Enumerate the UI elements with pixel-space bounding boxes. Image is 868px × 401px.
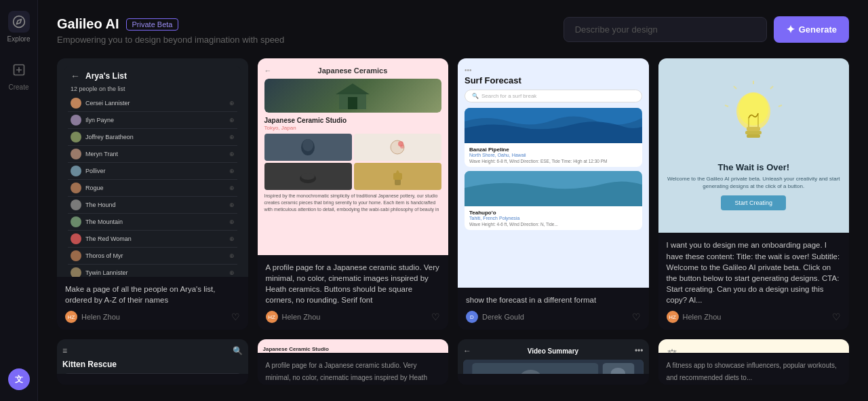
spot-loc-2: Tahiti, French Polynesia bbox=[469, 216, 637, 221]
svg-marker-6 bbox=[336, 83, 370, 94]
ceramic-header-title: Japanese Ceramics bbox=[277, 66, 429, 75]
lightbulb-icon bbox=[723, 81, 784, 155]
author-avatar-4: HZ bbox=[667, 311, 679, 323]
list-item: Rogue ⊕ bbox=[68, 180, 237, 197]
create-icon bbox=[8, 59, 30, 81]
list-avatar bbox=[71, 199, 81, 210]
sidebar-item-explore[interactable]: Explore bbox=[7, 11, 31, 43]
svg-line-22 bbox=[778, 105, 782, 107]
card-4-author: HZ Helen Zhou ♡ bbox=[667, 311, 842, 323]
start-creating-button[interactable]: Start Creating bbox=[721, 195, 786, 210]
wait-over-title: The Wait is Over! bbox=[717, 162, 789, 172]
bottom-row: ≡ 🔍 Kitten Rescue Search for kittens... … bbox=[57, 339, 849, 385]
studio-name: Japanese Ceramic Studio bbox=[264, 117, 442, 124]
list-count: 12 people on the list bbox=[68, 85, 237, 92]
list-item: Meryn Trant ⊕ bbox=[68, 146, 237, 163]
card-wait-is-over[interactable]: The Wait is Over! Welcome to the Galileo… bbox=[658, 58, 850, 330]
card-surf-forecast[interactable]: ••• Surf Forecast 🔍 Search for a surf br… bbox=[458, 58, 649, 330]
surf-search-placeholder: Search for a surf break bbox=[481, 93, 536, 99]
list-avatar bbox=[71, 250, 81, 261]
surf-card-1[interactable]: Banzai Pipeline North Shore, Oahu, Hawai… bbox=[465, 108, 642, 167]
list-item: The Mountain ⊕ bbox=[68, 214, 237, 231]
video-title: Video Summary bbox=[528, 347, 578, 355]
kitten-header: ≡ 🔍 bbox=[62, 346, 243, 356]
list-avatar bbox=[71, 166, 81, 176]
header-right: Describe your design ✦ Generate bbox=[564, 16, 849, 43]
add-icon: ⊕ bbox=[229, 235, 235, 242]
heart-icon-3[interactable]: ♡ bbox=[632, 311, 641, 322]
spot-details-1: Wave Height: 6-8 ft, Wind Direction: ESE… bbox=[469, 159, 637, 164]
header-subtitle: Empowering you to design beyond imaginat… bbox=[57, 35, 284, 45]
card-aryas-list[interactable]: ← Arya's List 12 people on the list Cers… bbox=[57, 58, 248, 330]
add-icon: ⊕ bbox=[229, 168, 235, 174]
list-item: Polliver ⊕ bbox=[68, 163, 237, 180]
app-title: Galileo AI bbox=[57, 16, 119, 32]
list-item: Cersei Lannister ⊕ bbox=[68, 95, 237, 112]
heart-icon-2[interactable]: ♡ bbox=[431, 311, 440, 322]
svg-point-0 bbox=[13, 16, 24, 28]
header: Galileo AI Private Beta Empowering you t… bbox=[57, 16, 849, 45]
card-ceramic2-footer: A profile page for a Japanese ceramic st… bbox=[258, 353, 449, 385]
card-fitness-description: A fitness app to showcase influencers, p… bbox=[667, 362, 837, 381]
spot-details-2: Wave Height: 4-6 ft, Wind Direction: N, … bbox=[469, 222, 637, 227]
card-japanese-ceramic-2[interactable]: Japanese Ceramic Studio Tokyo, Japan A p… bbox=[258, 339, 449, 385]
heart-icon[interactable]: ♡ bbox=[231, 311, 240, 322]
list-item: Tywin Lannister ⊕ bbox=[68, 265, 237, 277]
main-content: Galileo AI Private Beta Empowering you t… bbox=[38, 0, 868, 401]
avatar-initials: 文 bbox=[15, 374, 23, 385]
card-2-description: A profile page for a Japanese ceramic st… bbox=[266, 262, 441, 305]
studio-location: Tokyo, Japan bbox=[264, 125, 442, 131]
author-name-4: Helen Zhou bbox=[683, 313, 722, 321]
svg-line-23 bbox=[734, 86, 736, 89]
svg-line-21 bbox=[770, 86, 773, 89]
list-avatar bbox=[71, 183, 81, 193]
card-4-footer: I want you to design me an onboarding pa… bbox=[658, 233, 850, 330]
card-kitten-rescue[interactable]: ≡ 🔍 Kitten Rescue Search for kittens... bbox=[57, 339, 248, 385]
spot-name-2: Teahupo'o bbox=[469, 210, 637, 216]
card-kitten-footer bbox=[57, 374, 248, 385]
sidebar-item-create[interactable]: Create bbox=[8, 59, 30, 91]
author-avatar: HZ bbox=[65, 311, 77, 323]
surf-search-bar[interactable]: 🔍 Search for a surf break bbox=[465, 90, 642, 102]
add-icon: ⊕ bbox=[229, 100, 235, 107]
phone-frame: ← Arya's List 12 people on the list Cers… bbox=[64, 66, 241, 277]
phone-header: ← Arya's List bbox=[68, 71, 237, 81]
user-avatar[interactable]: 文 bbox=[8, 368, 30, 390]
video-header: ← Video Summary ••• bbox=[463, 346, 644, 356]
svg-point-26 bbox=[738, 93, 768, 126]
ceramic-header: ← Japanese Ceramics ••• bbox=[264, 66, 442, 75]
card-japanese-ceramic[interactable]: ← Japanese Ceramics ••• bbox=[258, 58, 449, 330]
svg-point-14 bbox=[301, 173, 315, 180]
surf-card-2[interactable]: Teahupo'o Tahiti, French Polynesia Wave … bbox=[465, 171, 642, 230]
ceramic-hero-image bbox=[264, 79, 442, 113]
video-thumbnail bbox=[463, 360, 644, 374]
card-kitten-preview: ≡ 🔍 Kitten Rescue Search for kittens... bbox=[57, 339, 248, 374]
list-item: The Red Woman ⊕ bbox=[68, 231, 237, 248]
generate-button[interactable]: ✦ Generate bbox=[774, 16, 849, 43]
ceramic-image-2 bbox=[354, 134, 441, 161]
author-name-3: Derek Gould bbox=[482, 313, 524, 321]
surf-dots-icon: ••• bbox=[465, 66, 472, 74]
card-video-summary[interactable]: ← Video Summary ••• bbox=[458, 339, 649, 385]
card-4-description: I want you to design me an onboarding pa… bbox=[667, 240, 842, 305]
card-fitness-app[interactable]: ⚖ A fitness app to showcase influencers,… bbox=[658, 339, 850, 385]
card-1-description: Make a page of all the people on Arya's … bbox=[65, 284, 240, 305]
card-2-preview: ← Japanese Ceramics ••• bbox=[258, 58, 449, 255]
surf-card-2-info: Teahupo'o Tahiti, French Polynesia Wave … bbox=[465, 206, 642, 230]
hamburger-icon: ≡ bbox=[62, 346, 67, 356]
surf-title: Surf Forecast bbox=[465, 75, 642, 85]
add-icon: ⊕ bbox=[229, 252, 235, 259]
add-icon: ⊕ bbox=[229, 151, 235, 157]
card-1-footer: Make a page of all the people on Arya's … bbox=[57, 277, 248, 330]
spot-loc-1: North Shore, Oahu, Hawaii bbox=[469, 153, 637, 157]
compass-icon bbox=[8, 11, 30, 33]
heart-icon-4[interactable]: ♡ bbox=[832, 311, 841, 322]
author-name: Helen Zhou bbox=[81, 313, 120, 321]
ceramic-images-grid bbox=[264, 134, 442, 190]
top-row: ← Arya's List 12 people on the list Cers… bbox=[57, 58, 849, 330]
design-search-bar[interactable]: Describe your design bbox=[564, 17, 767, 42]
sidebar-item-explore-label: Explore bbox=[7, 35, 31, 43]
card-3-author: D Derek Gould ♡ bbox=[466, 311, 641, 323]
video-back-icon: ← bbox=[463, 346, 471, 356]
ceramic2-title: Japanese Ceramic Studio bbox=[263, 346, 443, 352]
